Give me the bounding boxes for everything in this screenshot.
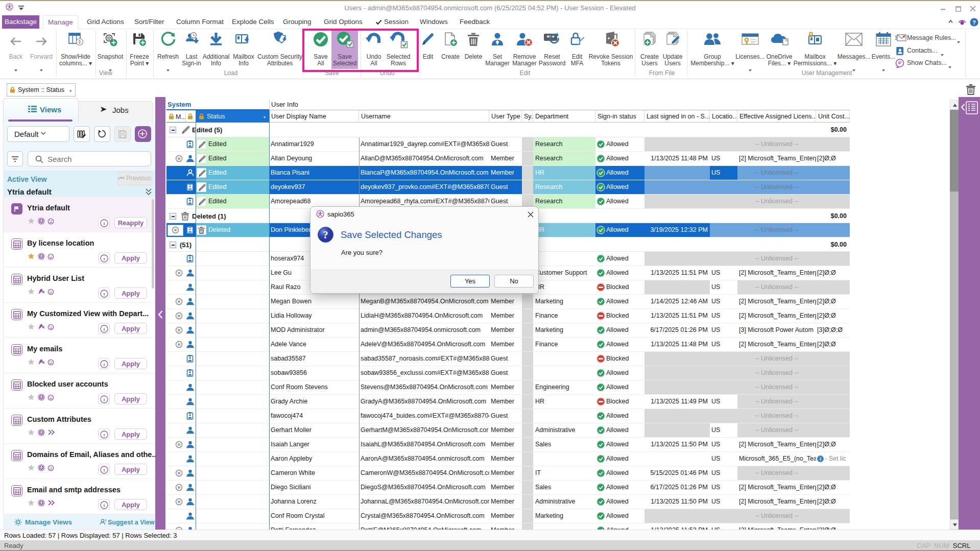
svg-text:?: ? [323, 229, 328, 241]
svg-text:?: ? [972, 19, 976, 26]
svg-text:i: i [820, 457, 821, 462]
